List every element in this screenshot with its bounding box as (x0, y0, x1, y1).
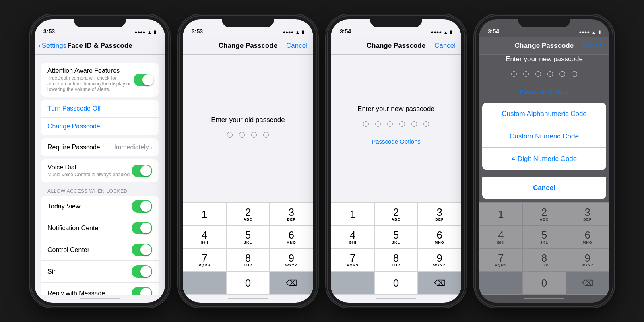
section-voice: Voice Dial Music Voice Control is always… (35, 159, 165, 182)
action-sheet-cancel-button[interactable]: Cancel (482, 177, 606, 199)
battery-icon-1: ▮ (154, 29, 156, 35)
key-7-3[interactable]: 7PQRS (331, 249, 374, 271)
home-indicator-3 (331, 295, 461, 303)
group-passcode: Turn Passcode Off Change Passcode (41, 100, 159, 135)
home-bar-1 (80, 298, 120, 299)
key-9-2[interactable]: 9WXYZ (270, 249, 313, 271)
group-attention: Attention Aware Features TrueDepth camer… (41, 63, 159, 97)
key-delete-3[interactable]: ⌫ (418, 272, 461, 294)
cancel-button-3[interactable]: Cancel (434, 42, 456, 50)
control-center-toggle[interactable] (132, 244, 152, 256)
voice-toggle-thumb (140, 165, 151, 176)
key-empty-4 (479, 272, 522, 294)
siri-label: Siri (47, 268, 57, 275)
notch-2 (222, 16, 274, 27)
dot-3-2 (375, 121, 381, 127)
key-2-3[interactable]: 2ABC (375, 203, 418, 225)
passcode-prompt-3: Enter your new passcode Passcode Options (331, 55, 461, 202)
dot-3-5 (411, 121, 417, 127)
allow-locked-header: ALLOW ACCESS WHEN LOCKED: (35, 185, 165, 196)
key-4-2[interactable]: 4GHI (183, 226, 226, 248)
notification-center-toggle[interactable] (132, 222, 152, 234)
group-voice: Voice Dial Music Voice Control is always… (41, 159, 159, 182)
key-0-3[interactable]: 0 (375, 272, 418, 294)
key-3-2[interactable]: 3DEF (270, 203, 313, 225)
dot-4-3 (535, 71, 541, 77)
row-require-passcode[interactable]: Require Passcode Immediately › (41, 138, 159, 156)
attention-sublabel: TrueDepth camera will check for attentio… (47, 75, 134, 92)
settings-scroll-1[interactable]: Attention Aware Features TrueDepth camer… (35, 55, 165, 295)
key-1-2[interactable]: 1 (183, 203, 226, 225)
key-9-3[interactable]: 9WXYZ (418, 249, 461, 271)
attention-toggle[interactable] (134, 74, 152, 86)
dot-4-5 (559, 71, 565, 77)
cancel-button-2[interactable]: Cancel (286, 42, 308, 50)
back-button-1[interactable]: ‹ Settings (39, 42, 66, 50)
key-empty-3 (331, 272, 374, 294)
notch-3 (370, 16, 422, 27)
dot-2-2 (239, 132, 245, 138)
status-icons-2: ●●●● ▲ ▮ (283, 29, 304, 35)
reply-message-toggle[interactable] (132, 287, 152, 295)
home-bar-3 (376, 298, 416, 299)
key-delete-2[interactable]: ⌫ (270, 272, 313, 294)
key-3-4: 3DEF (566, 203, 609, 225)
attention-toggle-thumb (142, 74, 153, 85)
status-icons-4: ●●●● ▲ ▮ (579, 29, 601, 35)
key-1-4: 1 (479, 203, 522, 225)
row-change-passcode[interactable]: Change Passcode (41, 118, 159, 135)
key-0-4: 0 (523, 272, 566, 294)
cancel-button-4[interactable]: Cancel (582, 42, 604, 50)
action-custom-numeric[interactable]: Custom Numeric Code (482, 125, 606, 148)
passcode-options-link-3[interactable]: Passcode Options (372, 135, 421, 148)
key-8-3[interactable]: 8TUV (375, 249, 418, 271)
home-bar-2 (228, 298, 268, 299)
dot-2-3 (251, 132, 257, 138)
row-attention: Attention Aware Features TrueDepth camer… (41, 63, 159, 97)
action-custom-alphanumeric[interactable]: Custom Alphanumeric Code (482, 103, 606, 125)
row-control-center: Control Center (41, 239, 159, 261)
iphone-2: 3:53 ●●●● ▲ ▮ Change Passcode Cancel Ent… (180, 16, 316, 306)
section-require: Require Passcode Immediately › (35, 138, 165, 156)
passcode-prompt-4: Enter your new passcode Passcode Options (479, 55, 609, 103)
key-9-4: 9WXYZ (566, 249, 609, 271)
screen-1: 3:53 ●●●● ▲ ▮ ‹ Settings Face ID & Passc… (35, 19, 165, 303)
key-8-2[interactable]: 8TUV (227, 249, 270, 271)
passcode-prompt-title-4: Enter your new passcode (506, 55, 583, 63)
row-turn-passcode-off[interactable]: Turn Passcode Off (41, 100, 159, 118)
row-notification-center: Notification Center (41, 217, 159, 239)
key-1-3[interactable]: 1 (331, 203, 374, 225)
key-6-2[interactable]: 6MNO (270, 226, 313, 248)
dot-2-1 (227, 132, 233, 138)
key-2-2[interactable]: 2ABC (227, 203, 270, 225)
voice-label-group: Voice Dial Music Voice Control is always… (47, 164, 131, 178)
key-0-2[interactable]: 0 (227, 272, 270, 294)
key-7-4: 7PQRS (479, 249, 522, 271)
require-chevron: › (151, 144, 152, 151)
key-3-3[interactable]: 3DEF (418, 203, 461, 225)
voice-toggle[interactable] (132, 165, 152, 177)
key-7-2[interactable]: 7PQRS (183, 249, 226, 271)
time-4: 3:54 (488, 28, 499, 35)
action-4digit-numeric[interactable]: 4-Digit Numeric Code (482, 148, 606, 170)
nav-bar-2: Change Passcode Cancel (183, 37, 313, 55)
settings-content-1: Attention Aware Features TrueDepth camer… (35, 55, 165, 295)
key-5-3[interactable]: 5JKL (375, 226, 418, 248)
dot-4-6 (572, 71, 577, 77)
battery-icon-4: ▮ (598, 29, 601, 35)
key-6-4: 6MNO (566, 226, 609, 248)
signal-icon-4: ●●●● (579, 30, 590, 35)
status-icons-3: ●●●● ▲ ▮ (431, 29, 452, 35)
notch-4 (518, 16, 570, 27)
numpad-2: 1 2ABC 3DEF 4GHI 5JKL 6MNO 7PQRS 8TUV 9W… (183, 202, 313, 295)
key-4-3[interactable]: 4GHI (331, 226, 374, 248)
numpad-4: 1 2ABC 3DEF 4GHI 5JKL 6MNO 7PQRS 8TUV 9W… (479, 202, 609, 295)
section-attention: Attention Aware Features TrueDepth camer… (35, 63, 165, 97)
key-5-2[interactable]: 5JKL (227, 226, 270, 248)
siri-toggle[interactable] (132, 265, 152, 278)
section-passcode: Turn Passcode Off Change Passcode (35, 100, 165, 135)
back-label-1: Settings (42, 42, 66, 50)
key-6-3[interactable]: 6MNO (418, 226, 461, 248)
today-view-toggle[interactable] (132, 200, 152, 213)
passcode-options-link-4[interactable]: Passcode Options (520, 85, 569, 98)
